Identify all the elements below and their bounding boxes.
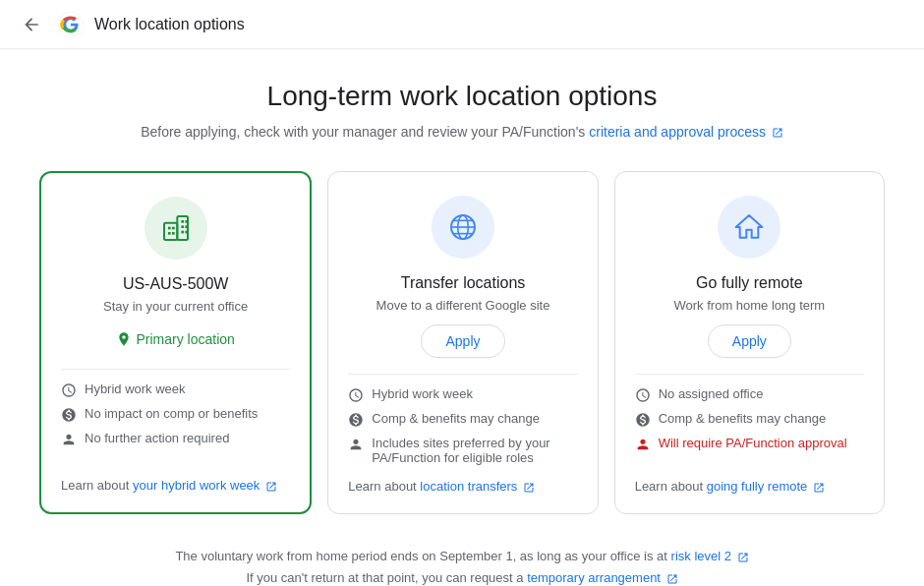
external-link-icon-2 [265,481,277,493]
temporary-arrangement-link[interactable]: temporary arrangement [527,570,677,585]
svg-rect-12 [185,231,188,234]
svg-rect-4 [172,227,175,230]
card-icon-circle-transfer [432,196,494,259]
option-cards: US-AUS-500W Stay in your current office … [39,171,885,514]
svg-rect-8 [185,220,188,223]
external-link-icon [772,127,783,139]
card-desc-office: Stay in your current office [61,299,290,314]
person-red-icon [635,437,651,452]
home-icon [733,211,765,243]
external-link-icon-temp [666,573,678,585]
card-icon-circle-remote [718,196,780,259]
feature-sites-transfer: Includes sites preferred by your PA/Func… [348,436,577,465]
card-icon-wrap-remote [635,196,864,259]
subtitle: Before applying, check with your manager… [39,124,885,140]
header-title: Work location options [94,16,245,33]
svg-rect-1 [164,223,177,240]
svg-rect-6 [172,232,175,235]
back-arrow-icon [22,15,41,34]
external-link-icon-risk [737,552,749,563]
location-pin-icon [116,331,132,347]
svg-rect-5 [168,232,171,235]
card-divider-transfer [348,374,577,375]
app-header: Work location options [0,0,924,49]
card-title-transfer: Transfer locations [348,274,577,292]
external-link-icon-remote [813,482,825,494]
footer-line1: The voluntary work from home period ends… [39,546,885,567]
risk-level-link[interactable]: risk level 2 [671,549,749,563]
remote-link[interactable]: going fully remote [707,479,825,494]
person-icon-transfer [348,437,364,452]
card-desc-remote: Work from home long term [635,298,864,313]
svg-rect-9 [181,225,184,228]
dollar-circle-icon-remote [635,412,651,428]
feature-action: No further action required [61,431,290,447]
footer: The voluntary work from home period ends… [39,546,885,586]
feature-list-office: Hybrid work week No impact on comp or be… [61,381,290,447]
main-content: Long-term work location options Before a… [0,49,924,586]
feature-comp: No impact on comp or benefits [61,406,290,423]
person-icon [61,432,77,447]
external-link-icon-transfer [523,482,535,494]
svg-rect-10 [185,225,188,228]
clock-icon [61,382,77,398]
learn-more-transfer: Learn about location transfers [348,479,577,494]
learn-more-remote: Learn about going fully remote [635,479,864,494]
feature-list-remote: No assigned office Comp & benefits may c… [635,386,864,452]
dollar-circle-icon-transfer [348,412,364,428]
subtitle-prefix: Before applying, check with your manager… [141,124,589,140]
svg-rect-11 [181,231,184,234]
footer-line2: If you can't return at that point, you c… [39,567,885,586]
card-icon-circle [144,197,207,260]
feature-no-office: No assigned office [635,386,864,403]
primary-location-label: Primary location [61,325,290,353]
svg-rect-7 [181,220,184,223]
dollar-circle-icon [61,407,77,423]
card-desc-transfer: Move to a different Google site [348,298,577,313]
learn-more-office: Learn about your hybrid work week [61,478,290,493]
feature-hybrid: Hybrid work week [61,381,290,398]
hybrid-work-link[interactable]: your hybrid work week [133,478,277,493]
clock-icon-transfer [348,387,364,403]
feature-comp-transfer: Comp & benefits may change [348,411,577,428]
card-divider [61,369,290,370]
card-current-office: US-AUS-500W Stay in your current office … [39,171,312,514]
apply-transfer-button[interactable]: Apply [421,324,504,358]
card-remote: Go fully remote Work from home long term… [614,171,885,514]
back-button[interactable] [16,9,47,40]
feature-list-transfer: Hybrid work week Comp & benefits may cha… [348,386,577,465]
clock-icon-remote [635,387,651,403]
card-icon-wrap [61,197,290,260]
transfer-link[interactable]: location transfers [420,479,535,494]
feature-approval-remote: Will require PA/Function approval [635,436,864,452]
card-title-office: US-AUS-500W [61,275,290,293]
google-logo [57,11,85,38]
page-title: Long-term work location options [39,81,885,112]
svg-rect-3 [168,227,171,230]
criteria-link[interactable]: criteria and approval process [589,124,783,140]
feature-comp-remote: Comp & benefits may change [635,411,864,428]
globe-icon [447,211,479,243]
building-icon [160,212,192,244]
feature-hybrid-transfer: Hybrid work week [348,386,577,403]
apply-remote-button[interactable]: Apply [708,324,791,358]
card-icon-wrap-transfer [348,196,577,259]
card-divider-remote [635,374,864,375]
card-title-remote: Go fully remote [635,274,864,292]
card-transfer: Transfer locations Move to a different G… [327,171,598,514]
